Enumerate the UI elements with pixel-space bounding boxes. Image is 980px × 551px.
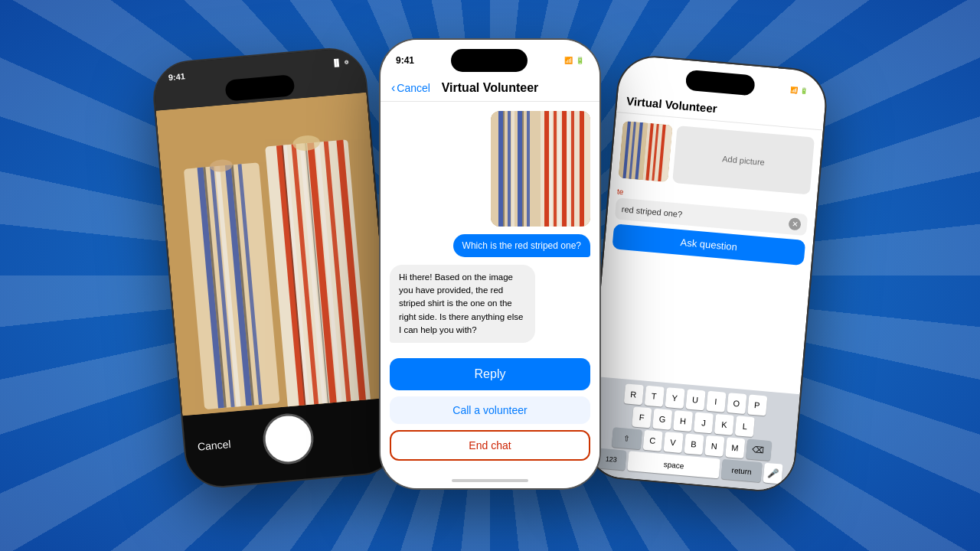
add-picture-label: Add picture: [722, 154, 765, 167]
key-delete[interactable]: ⌫: [746, 439, 772, 461]
call-volunteer-button[interactable]: Call a volunteer: [390, 396, 590, 424]
svg-rect-27: [518, 111, 522, 227]
user-message-text: Which is the red striped one?: [462, 240, 581, 251]
key-C[interactable]: C: [642, 430, 662, 452]
key-J[interactable]: J: [694, 412, 714, 433]
phone-right: 📶 🔋 Virtual Volunteer: [583, 53, 829, 494]
phone-left: 9:41 ▐▌ ⌾: [150, 45, 401, 491]
svg-rect-30: [522, 111, 524, 227]
status-bar-center: 9:41 📶 🔋: [381, 40, 599, 75]
key-B[interactable]: B: [684, 433, 704, 455]
svg-rect-39: [558, 111, 560, 227]
dynamic-island-right: [684, 70, 755, 96]
wifi-left: ⌾: [344, 58, 348, 66]
user-message-bubble: Which is the red striped one?: [453, 234, 590, 257]
svg-rect-33: [544, 111, 549, 227]
bot-message-text: Hi there! Based on the image you have pr…: [399, 272, 523, 334]
key-O[interactable]: O: [727, 393, 746, 414]
key-shift[interactable]: ⇧: [611, 427, 642, 449]
home-bar: [452, 479, 528, 482]
reply-button[interactable]: Reply: [390, 358, 590, 390]
key-Y[interactable]: Y: [665, 387, 684, 409]
key-return[interactable]: return: [721, 459, 763, 482]
key-F[interactable]: F: [632, 406, 652, 428]
time-left: 9:41: [168, 71, 185, 82]
key-K[interactable]: K: [714, 414, 734, 435]
key-G[interactable]: G: [652, 409, 672, 430]
space-label: space: [663, 460, 684, 470]
key-H[interactable]: H: [673, 410, 693, 432]
end-chat-button[interactable]: End chat: [390, 430, 590, 461]
svg-rect-28: [527, 111, 530, 227]
battery-right: 🔋: [800, 87, 808, 95]
svg-rect-31: [511, 111, 514, 227]
svg-rect-29: [503, 111, 505, 227]
chat-buttons: Reply Call a volunteer End chat: [381, 352, 599, 473]
battery-center: 🔋: [576, 57, 584, 64]
bot-message-bubble: Hi there! Based on the image you have pr…: [390, 265, 535, 343]
svg-rect-34: [554, 111, 557, 227]
right-nav-title: Virtual Volunteer: [626, 94, 718, 115]
key-U[interactable]: U: [685, 389, 705, 410]
nav-title-center: Virtual Volunteer: [442, 81, 539, 95]
svg-rect-38: [550, 111, 552, 227]
return-label: return: [731, 465, 752, 475]
nav-bar-center: ‹ Cancel Virtual Volunteer: [381, 75, 599, 102]
svg-rect-37: [580, 111, 584, 227]
chat-area: Which is the red striped one? Hi there! …: [381, 102, 599, 352]
clear-button[interactable]: ✕: [788, 217, 801, 230]
phone-center: 9:41 📶 🔋 ‹ Cancel Virtual Volunteer: [379, 38, 601, 490]
svg-rect-36: [571, 111, 574, 227]
signal-center: 📶: [564, 57, 573, 64]
right-chat-area: Add picture te red striped one? ✕ Ask qu…: [593, 112, 823, 394]
camera-viewfinder: [156, 93, 394, 416]
key-R[interactable]: R: [623, 383, 643, 405]
key-V[interactable]: V: [663, 432, 683, 453]
nav-back-button[interactable]: ‹ Cancel: [391, 81, 430, 95]
svg-rect-24: [491, 111, 541, 227]
key-P[interactable]: P: [747, 394, 767, 416]
shutter-button[interactable]: [263, 414, 313, 464]
right-images-row: Add picture: [618, 121, 815, 195]
svg-rect-26: [508, 111, 511, 227]
add-picture-box[interactable]: Add picture: [672, 126, 815, 194]
phones-container: 9:41 ▐▌ ⌾: [145, 15, 835, 536]
right-question-area: te red striped one? ✕ Ask question: [612, 187, 808, 266]
chat-image-bubble: [491, 111, 590, 227]
key-L[interactable]: L: [735, 416, 755, 437]
key-T[interactable]: T: [644, 386, 664, 407]
svg-rect-25: [498, 111, 503, 227]
time-center: 9:41: [396, 55, 414, 66]
svg-rect-35: [562, 111, 567, 227]
signal-right: 📶: [790, 86, 799, 94]
camera-cancel-button[interactable]: Cancel: [197, 438, 231, 453]
svg-rect-40: [567, 111, 570, 227]
nav-back-label: Cancel: [397, 82, 430, 94]
key-N[interactable]: N: [704, 435, 724, 457]
dynamic-island-center: [451, 49, 528, 72]
home-indicator-center: [381, 473, 599, 488]
signal-left: ▐▌: [332, 59, 342, 67]
right-shirt-thumb: [618, 121, 672, 182]
key-mic[interactable]: 🎤: [763, 463, 782, 484]
key-I[interactable]: I: [706, 391, 726, 412]
key-M[interactable]: M: [725, 437, 745, 458]
keyboard: R T Y U I O P F G H J K L: [585, 377, 800, 493]
